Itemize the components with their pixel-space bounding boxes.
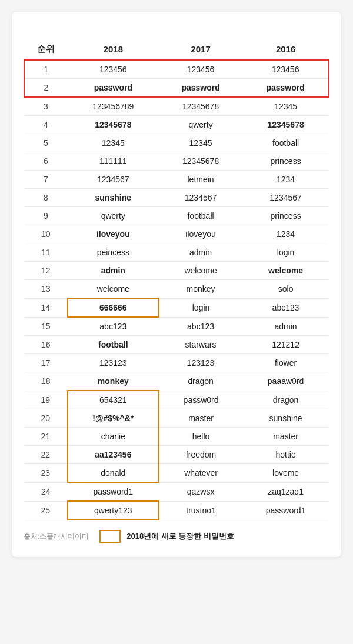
- footer-desc: 2018년에 새로 등장한 비밀번호: [126, 531, 234, 542]
- cell-rank25-2018: qwerty123: [68, 501, 159, 520]
- table-row: 15abc123abc123admin: [24, 317, 329, 336]
- cell-rank19-2017: passw0rd: [159, 391, 242, 409]
- col-header-2018: 2018: [68, 39, 159, 60]
- cell-rank14-2018: 666666: [68, 298, 159, 317]
- cell-rank17-2017: 123123: [159, 354, 242, 372]
- table-row: 10iloveyouiloveyou1234: [24, 225, 329, 243]
- cell-rank14-2016: abc123: [242, 298, 329, 317]
- cell-rank21-rank: 21: [24, 428, 68, 446]
- cell-rank21-2016: master: [242, 428, 329, 446]
- cell-rank9-2016: princess: [242, 207, 329, 225]
- cell-rank2-2017: password: [159, 79, 242, 98]
- cell-rank1-2017: 123456: [159, 60, 242, 79]
- cell-rank5-2016: football: [242, 134, 329, 152]
- table-row: 31234567891234567812345: [24, 97, 329, 116]
- cell-rank19-rank: 19: [24, 391, 68, 409]
- table-row: 51234512345football: [24, 134, 329, 152]
- cell-rank6-rank: 6: [24, 152, 68, 171]
- cell-rank16-2017: starwars: [159, 336, 242, 354]
- cell-rank16-rank: 16: [24, 336, 68, 354]
- cell-rank1-2018: 123456: [68, 60, 159, 79]
- cell-rank3-2017: 12345678: [159, 97, 242, 116]
- cell-rank25-2017: trustno1: [159, 501, 242, 520]
- table-row: 21charliehellomaster: [24, 428, 329, 446]
- cell-rank24-2016: zaq1zaq1: [242, 482, 329, 501]
- cell-rank8-rank: 8: [24, 189, 68, 207]
- table-row: 19654321passw0rddragon: [24, 391, 329, 409]
- cell-rank8-2017: 1234567: [159, 189, 242, 207]
- table-row: 8sunshine12345671234567: [24, 189, 329, 207]
- cell-rank23-2016: loveme: [242, 464, 329, 483]
- cell-rank24-2018: password1: [68, 482, 159, 501]
- cell-rank11-2017: admin: [159, 243, 242, 262]
- cell-rank12-2017: welcome: [159, 262, 242, 280]
- cell-rank19-2018: 654321: [68, 391, 159, 409]
- main-card: 순위201820172016 11234561234561234562passw…: [12, 12, 341, 557]
- cell-rank13-rank: 13: [24, 280, 68, 299]
- cell-rank18-2018: monkey: [68, 372, 159, 391]
- cell-rank15-2018: abc123: [68, 317, 159, 336]
- cell-rank12-rank: 12: [24, 262, 68, 280]
- cell-rank15-2016: admin: [242, 317, 329, 336]
- cell-rank22-2016: hottie: [242, 446, 329, 464]
- table-row: 24password1qazwsxzaq1zaq1: [24, 482, 329, 501]
- table-row: 1123456123456123456: [24, 60, 329, 79]
- cell-rank13-2018: welcome: [68, 280, 159, 299]
- cell-rank11-2016: login: [242, 243, 329, 262]
- cell-rank1-rank: 1: [24, 60, 68, 79]
- table-row: 2passwordpasswordpassword: [24, 79, 329, 98]
- cell-rank17-2016: flower: [242, 354, 329, 372]
- cell-rank4-rank: 4: [24, 116, 68, 134]
- password-table: 순위201820172016 11234561234561234562passw…: [24, 39, 329, 520]
- cell-rank18-2017: dragon: [159, 372, 242, 391]
- cell-rank9-rank: 9: [24, 207, 68, 225]
- cell-rank20-rank: 20: [24, 409, 68, 428]
- cell-rank22-2018: aa123456: [68, 446, 159, 464]
- cell-rank10-rank: 10: [24, 225, 68, 243]
- cell-rank17-rank: 17: [24, 354, 68, 372]
- cell-rank17-2018: 123123: [68, 354, 159, 372]
- cell-rank22-2017: freedom: [159, 446, 242, 464]
- cell-rank12-2016: welcome: [242, 262, 329, 280]
- cell-rank7-2016: 1234: [242, 171, 329, 189]
- cell-rank4-2016: 12345678: [242, 116, 329, 134]
- cell-rank13-2017: monkey: [159, 280, 242, 299]
- cell-rank20-2017: master: [159, 409, 242, 428]
- cell-rank4-2018: 12345678: [68, 116, 159, 134]
- cell-rank16-2018: football: [68, 336, 159, 354]
- cell-rank21-2017: hello: [159, 428, 242, 446]
- cell-rank14-rank: 14: [24, 298, 68, 317]
- cell-rank4-2017: qwerty: [159, 116, 242, 134]
- cell-rank24-2017: qazwsx: [159, 482, 242, 501]
- table-row: 25qwerty123trustno1password1: [24, 501, 329, 520]
- cell-rank2-rank: 2: [24, 79, 68, 98]
- cell-rank24-rank: 24: [24, 482, 68, 501]
- cell-rank18-2016: paaaw0rd: [242, 372, 329, 391]
- cell-rank23-rank: 23: [24, 464, 68, 483]
- cell-rank20-2018: !@#$%^&*: [68, 409, 159, 428]
- cell-rank10-2016: 1234: [242, 225, 329, 243]
- cell-rank23-2017: whatever: [159, 464, 242, 483]
- cell-rank9-2018: qwerty: [68, 207, 159, 225]
- table-row: 611111112345678princess: [24, 152, 329, 171]
- cell-rank5-rank: 5: [24, 134, 68, 152]
- cell-rank20-2016: sunshine: [242, 409, 329, 428]
- cell-rank19-2016: dragon: [242, 391, 329, 409]
- cell-rank15-rank: 15: [24, 317, 68, 336]
- cell-rank8-2018: sunshine: [68, 189, 159, 207]
- table-row: 16footballstarwars121212: [24, 336, 329, 354]
- cell-rank10-2017: iloveyou: [159, 225, 242, 243]
- cell-rank5-2018: 12345: [68, 134, 159, 152]
- cell-rank22-rank: 22: [24, 446, 68, 464]
- table-row: 13welcomemonkeysolo: [24, 280, 329, 299]
- cell-rank9-2017: football: [159, 207, 242, 225]
- cell-rank7-rank: 7: [24, 171, 68, 189]
- cell-rank25-rank: 25: [24, 501, 68, 520]
- table-row: 14666666loginabc123: [24, 298, 329, 317]
- cell-rank5-2017: 12345: [159, 134, 242, 152]
- footer-source: 출처:스플래시데이터: [24, 532, 89, 542]
- cell-rank3-2016: 12345: [242, 97, 329, 116]
- footer: 출처:스플래시데이터 2018년에 새로 등장한 비밀번호: [24, 530, 329, 543]
- cell-rank11-rank: 11: [24, 243, 68, 262]
- legend-box: [99, 530, 121, 543]
